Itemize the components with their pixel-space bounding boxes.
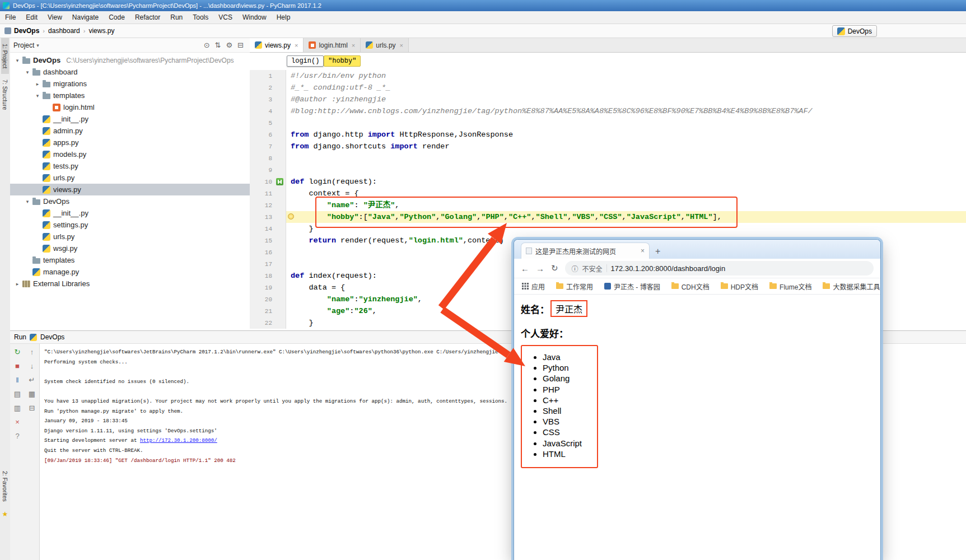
reload-icon[interactable]: ↻ <box>551 263 558 273</box>
close-tab-icon[interactable]: × <box>352 42 355 49</box>
editor-chip-0[interactable]: login() <box>287 55 324 67</box>
editor-tab-views-py[interactable]: views.py× <box>250 38 304 52</box>
tree-item-templates[interactable]: ▾templates <box>10 90 250 101</box>
gutter[interactable]: 9 <box>250 164 286 176</box>
editor-chip-1[interactable]: "hobby" <box>324 55 361 67</box>
bookmark-CDH文档[interactable]: CDH文档 <box>671 282 710 291</box>
pause-icon[interactable]: ‖ <box>10 374 25 386</box>
bookmark-Flume文档[interactable]: Flume文档 <box>769 282 811 291</box>
menu-run[interactable]: Run <box>165 11 188 24</box>
tree-item-urls.py[interactable]: urls.py <box>10 231 250 242</box>
gutter[interactable]: 4 <box>250 105 286 117</box>
breadcrumb-dashboard[interactable]: dashboard <box>48 27 80 35</box>
code-text[interactable]: "hobby":["Java","Python","Golang","PHP",… <box>286 211 966 223</box>
tree-item-devops[interactable]: ▾DevOpsC:\Users\yinzhengjie\softwares\Py… <box>10 54 250 66</box>
code-text[interactable]: #!/usr/bin/env python <box>286 70 966 82</box>
console-link[interactable]: http://172.30.1.200:8000/ <box>140 437 217 444</box>
gutter-marker-icon[interactable] <box>276 178 283 185</box>
menu-edit[interactable]: Edit <box>21 11 43 24</box>
tree-toggle-icon[interactable]: ▸ <box>34 81 41 87</box>
tree-item-__init__.py[interactable]: __init__.py <box>10 113 250 125</box>
gutter[interactable]: 5 <box>250 117 286 129</box>
scroll-to-end-icon[interactable]: ▦ <box>25 388 39 400</box>
run-config-selector[interactable]: DevOps <box>832 25 877 37</box>
tree-item-login.html[interactable]: login.html <box>10 101 250 113</box>
tree-item-settings.py[interactable]: settings.py <box>10 219 250 231</box>
gutter[interactable]: 22 <box>250 317 286 329</box>
code-text[interactable]: #blog:http://www.cnblogs.com/yinzhengjie… <box>286 105 966 117</box>
tree-item-wsgi.py[interactable]: wsgi.py <box>10 242 250 254</box>
new-tab-button[interactable]: + <box>650 246 666 259</box>
gutter[interactable]: 20 <box>250 293 286 305</box>
gutter[interactable]: 21 <box>250 305 286 317</box>
bookmark-应用[interactable]: 应用 <box>522 282 545 291</box>
code-text[interactable] <box>286 117 966 129</box>
help-icon[interactable]: ? <box>10 430 25 442</box>
tool-window-button-structure[interactable]: 7: Structure <box>1 74 9 115</box>
gutter[interactable]: 10 <box>250 176 286 188</box>
tree-item-models.py[interactable]: models.py <box>10 148 250 160</box>
bookmark-尹正杰 - 博客园[interactable]: 尹正杰 - 博客园 <box>604 282 660 291</box>
close-icon[interactable]: × <box>10 416 25 428</box>
tree-toggle-icon[interactable]: ▾ <box>13 58 21 63</box>
rerun-icon[interactable]: ↻ <box>10 346 25 358</box>
code-text[interactable]: "name": "尹正杰", <box>286 199 966 211</box>
bookmark-HDP文档[interactable]: HDP文档 <box>721 282 758 291</box>
tree-item-apps.py[interactable]: apps.py <box>10 137 250 148</box>
gutter[interactable]: 18 <box>250 270 286 282</box>
gutter[interactable]: 8 <box>250 152 286 164</box>
back-icon[interactable]: ← <box>521 264 529 273</box>
gutter[interactable]: 11 <box>250 188 286 199</box>
gutter[interactable]: 16 <box>250 246 286 258</box>
menu-code[interactable]: Code <box>104 11 130 24</box>
gutter[interactable]: 13 <box>250 211 286 223</box>
tree-toggle-icon[interactable]: ▸ <box>13 281 21 287</box>
bookmark-大数据采集工具[interactable]: 大数据采集工具 <box>823 282 880 291</box>
menu-vcs[interactable]: VCS <box>213 11 237 24</box>
tree-item-devops[interactable]: ▾DevOps <box>10 195 250 207</box>
address-bar[interactable]: ⓘ 不安全 172.30.1.200:8000/dashboard/login <box>565 261 874 276</box>
tree-item-dashboard[interactable]: ▾dashboard <box>10 66 250 78</box>
menu-file[interactable]: File <box>0 11 21 24</box>
gutter[interactable]: 7 <box>250 141 286 152</box>
code-text[interactable]: #_*_ conding:utf-8 _*_ <box>286 82 966 94</box>
menu-view[interactable]: View <box>43 11 67 24</box>
console-icon[interactable]: ▤ <box>10 388 25 400</box>
soft-wrap-icon[interactable]: ↵ <box>25 374 39 386</box>
tool-window-button-project[interactable]: 1: Project <box>1 38 9 74</box>
clear-console-icon[interactable]: ⊟ <box>25 402 39 414</box>
gutter[interactable]: 3 <box>250 94 286 105</box>
code-text[interactable]: } <box>286 223 966 235</box>
tree-item-urls.py[interactable]: urls.py <box>10 172 250 184</box>
tree-item-templates[interactable]: templates <box>10 254 250 266</box>
gutter[interactable]: 19 <box>250 282 286 293</box>
menu-help[interactable]: Help <box>272 11 296 24</box>
bookmark-工作常用[interactable]: 工作常用 <box>556 282 593 291</box>
intention-bulb-icon[interactable] <box>288 213 294 220</box>
gutter[interactable]: 12 <box>250 199 286 211</box>
gutter[interactable]: 2 <box>250 82 286 94</box>
tree-item-manage.py[interactable]: manage.py <box>10 266 250 278</box>
gutter[interactable]: 1 <box>250 70 286 82</box>
project-view-dropdown[interactable]: Project ▾ <box>13 41 39 49</box>
code-text[interactable] <box>286 164 966 176</box>
close-tab-icon[interactable]: × <box>400 42 403 49</box>
forward-icon[interactable]: → <box>536 264 544 273</box>
tree-toggle-icon[interactable]: ▾ <box>24 69 31 75</box>
menu-window[interactable]: Window <box>237 11 272 24</box>
tool-window-button-favorites[interactable]: 2: Favorites <box>1 465 9 507</box>
code-text[interactable]: from django.shortcuts import render <box>286 141 966 152</box>
gutter[interactable]: 6 <box>250 129 286 141</box>
code-text[interactable]: #@author :yinzhengjie <box>286 94 966 105</box>
editor-tab-urls-py[interactable]: urls.py× <box>361 38 409 52</box>
scroll-from-source-icon[interactable]: ⊙ <box>204 41 210 49</box>
tree-item-tests.py[interactable]: tests.py <box>10 160 250 172</box>
settings-icon[interactable]: ⚙ <box>226 41 232 49</box>
browser-tab[interactable]: 这是尹正杰用来测试的网页 × <box>521 242 650 259</box>
menu-tools[interactable]: Tools <box>188 11 213 24</box>
gutter[interactable]: 17 <box>250 258 286 270</box>
tree-item-__init__.py[interactable]: __init__.py <box>10 207 250 219</box>
print-icon[interactable]: ▥ <box>10 402 25 414</box>
code-text[interactable]: def login(request): <box>286 176 966 188</box>
code-text[interactable]: context = { <box>286 188 966 199</box>
